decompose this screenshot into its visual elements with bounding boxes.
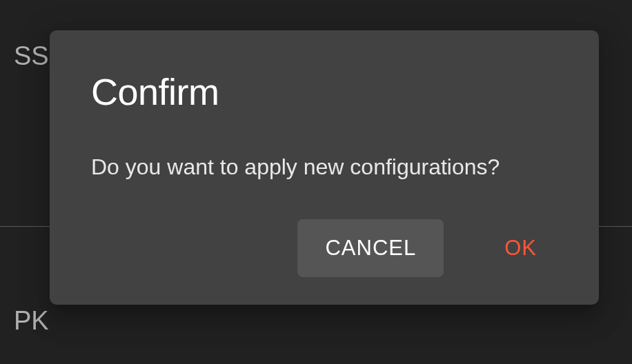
dialog-message: Do you want to apply new configurations? xyxy=(50,113,599,182)
dialog-title: Confirm xyxy=(50,30,599,113)
confirm-dialog: Confirm Do you want to apply new configu… xyxy=(50,30,599,305)
background-field-label-2: PK xyxy=(14,306,49,336)
dialog-actions: CANCEL OK xyxy=(50,182,599,305)
ok-button[interactable]: OK xyxy=(491,219,551,277)
cancel-button[interactable]: CANCEL xyxy=(297,219,444,277)
background-field-label-1: SS xyxy=(14,41,49,71)
